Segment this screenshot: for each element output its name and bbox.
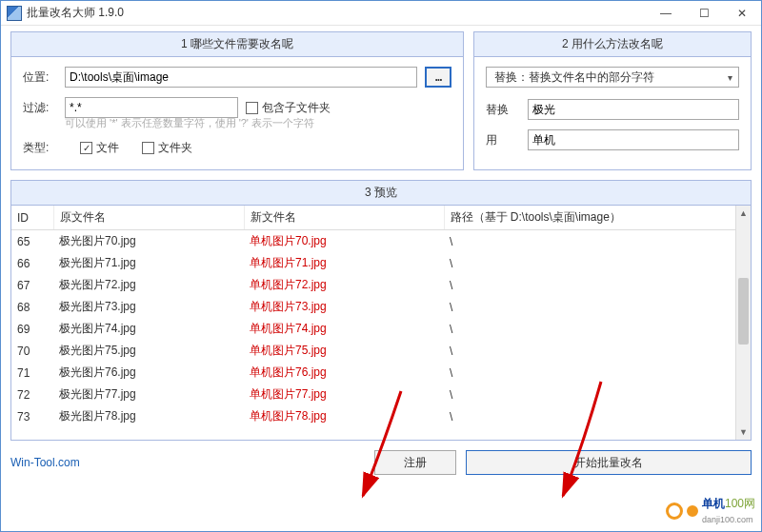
replace-label: 替换 (486, 102, 520, 118)
filter-label: 过滤: (23, 100, 57, 116)
table-row[interactable]: 73极光图片78.jpg单机图片78.jpg\ (11, 405, 751, 427)
cell-path: \ (444, 405, 751, 427)
scroll-thumb[interactable] (738, 278, 749, 345)
cell-old: 极光图片77.jpg (53, 384, 244, 405)
cell-old: 极光图片78.jpg (53, 405, 244, 427)
col-id[interactable]: ID (11, 206, 53, 230)
panel-which-files: 1 哪些文件需要改名呢 位置: ... 过滤: 包含子文件夹 可以使用 '*' … (10, 31, 464, 170)
register-button[interactable]: 注册 (374, 450, 456, 475)
cell-id: 66 (11, 252, 53, 274)
watermark: 单机100网 danji100.com (666, 496, 755, 525)
table-row[interactable]: 69极光图片74.jpg单机图片74.jpg\ (11, 318, 751, 340)
filter-input[interactable] (65, 97, 238, 118)
filter-hint: 可以使用 '*' 表示任意数量字符，使用 '?' 表示一个字符 (65, 116, 451, 130)
cell-new: 单机图片76.jpg (244, 362, 444, 384)
cell-id: 65 (11, 230, 53, 253)
cell-path: \ (444, 296, 751, 318)
cell-new: 单机图片77.jpg (244, 384, 444, 405)
with-label: 用 (486, 132, 520, 148)
panel-title-1: 1 哪些文件需要改名呢 (11, 32, 463, 57)
window-title: 批量改名大师 1.9.0 (27, 5, 124, 21)
cell-id: 68 (11, 296, 53, 318)
method-value: 替换：替换文件名中的部分字符 (494, 69, 654, 86)
cell-id: 73 (11, 405, 53, 427)
cell-new: 单机图片78.jpg (244, 405, 444, 427)
type-folder-checkbox[interactable]: 文件夹 (142, 140, 192, 156)
cell-new: 单机图片73.jpg (244, 296, 444, 318)
checkbox-icon (142, 142, 154, 154)
cell-id: 72 (11, 384, 53, 405)
scroll-down-icon: ▼ (736, 424, 751, 440)
location-label: 位置: (23, 69, 57, 86)
cell-old: 极光图片76.jpg (53, 362, 244, 384)
cell-new: 单机图片70.jpg (244, 230, 444, 253)
panel-title-2: 2 用什么方法改名呢 (474, 32, 751, 57)
table-row[interactable]: 65极光图片70.jpg单机图片70.jpg\ (11, 230, 751, 253)
panel-preview: 3 预览 ID 原文件名 新文件名 路径（基于 D:\tools\桌面\imag… (10, 180, 752, 441)
cell-old: 极光图片72.jpg (53, 274, 244, 296)
cell-id: 71 (11, 362, 53, 384)
cell-old: 极光图片74.jpg (53, 318, 244, 340)
table-row[interactable]: 66极光图片71.jpg单机图片71.jpg\ (11, 252, 751, 274)
cell-path: \ (444, 340, 751, 362)
cell-new: 单机图片74.jpg (244, 318, 444, 340)
table-row[interactable]: 67极光图片72.jpg单机图片72.jpg\ (11, 274, 751, 296)
checkbox-checked-icon: ✓ (80, 142, 92, 154)
col-old[interactable]: 原文件名 (53, 206, 244, 230)
minimize-button[interactable]: — (647, 1, 685, 26)
maximize-button[interactable]: ☐ (685, 1, 723, 26)
cell-path: \ (444, 274, 751, 296)
cell-old: 极光图片71.jpg (53, 252, 244, 274)
method-select[interactable]: 替换：替换文件名中的部分字符 ▾ (486, 67, 739, 88)
checkbox-icon (246, 102, 258, 114)
cell-id: 70 (11, 340, 53, 362)
app-icon (7, 6, 22, 21)
location-input[interactable] (65, 67, 417, 88)
col-path[interactable]: 路径（基于 D:\tools\桌面\image） (444, 206, 751, 230)
table-row[interactable]: 71极光图片76.jpg单机图片76.jpg\ (11, 362, 751, 384)
table-row[interactable]: 72极光图片77.jpg单机图片77.jpg\ (11, 384, 751, 405)
cell-path: \ (444, 384, 751, 405)
chevron-down-icon: ▾ (728, 72, 732, 83)
cell-old: 极光图片70.jpg (53, 230, 244, 253)
scroll-up-icon: ▲ (736, 206, 751, 221)
cell-path: \ (444, 252, 751, 274)
footer: Win-Tool.com 注册 开始批量改名 (1, 444, 761, 483)
cell-new: 单机图片72.jpg (244, 274, 444, 296)
cell-id: 69 (11, 318, 53, 340)
preview-table: ID 原文件名 新文件名 路径（基于 D:\tools\桌面\image） 65… (11, 206, 751, 427)
cell-old: 极光图片73.jpg (53, 296, 244, 318)
include-subfolders-checkbox[interactable]: 包含子文件夹 (246, 100, 331, 116)
type-label: 类型: (23, 140, 57, 156)
scrollbar[interactable]: ▲ ▼ (735, 206, 751, 440)
close-button[interactable]: ✕ (723, 1, 761, 26)
replace-input[interactable] (528, 99, 739, 120)
titlebar: 批量改名大师 1.9.0 — ☐ ✕ (1, 1, 761, 26)
start-rename-button[interactable]: 开始批量改名 (466, 450, 752, 475)
cell-old: 极光图片75.jpg (53, 340, 244, 362)
type-file-checkbox[interactable]: ✓ 文件 (80, 140, 119, 156)
website-link[interactable]: Win-Tool.com (10, 456, 80, 469)
table-row[interactable]: 70极光图片75.jpg单机图片75.jpg\ (11, 340, 751, 362)
cell-path: \ (444, 362, 751, 384)
cell-new: 单机图片71.jpg (244, 252, 444, 274)
panel-title-3: 3 预览 (11, 181, 751, 206)
panel-rename-method: 2 用什么方法改名呢 替换：替换文件名中的部分字符 ▾ 替换 用 (473, 31, 752, 170)
cell-path: \ (444, 230, 751, 253)
browse-button[interactable]: ... (425, 67, 451, 88)
cell-path: \ (444, 318, 751, 340)
cell-id: 67 (11, 274, 53, 296)
with-input[interactable] (528, 129, 739, 150)
cell-new: 单机图片75.jpg (244, 340, 444, 362)
table-row[interactable]: 68极光图片73.jpg单机图片73.jpg\ (11, 296, 751, 318)
col-new[interactable]: 新文件名 (244, 206, 444, 230)
